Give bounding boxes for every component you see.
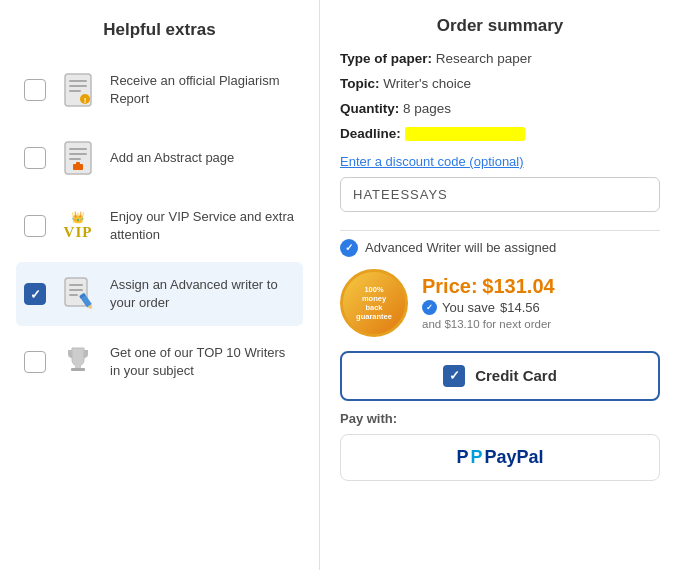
extra-item-plagiarism: ! Receive an official Plagiarism Report [16, 58, 303, 122]
next-order-text: and $13.10 for next order [422, 318, 660, 330]
icon-abstract [56, 136, 100, 180]
icon-vip: 👑 VIP [56, 204, 100, 248]
you-save-value: $14.56 [500, 300, 540, 315]
discount-input[interactable] [340, 177, 660, 212]
paypal-label: PayPal [484, 447, 543, 468]
paper-type-row: Type of paper: Research paper [340, 50, 660, 69]
topic-row: Topic: Writer's choice [340, 75, 660, 94]
extra-item-top10: Get one of our TOP 10 Writers in your su… [16, 330, 303, 394]
deadline-label: Deadline: [340, 126, 401, 141]
left-panel: Helpful extras ! Receive an official Pla… [0, 0, 320, 570]
checkbox-vip[interactable] [24, 215, 46, 237]
paypal-p-icon: P [456, 447, 468, 468]
price-main: Price: $131.04 [422, 275, 660, 298]
deadline-highlight [405, 127, 525, 141]
you-save-check-icon [422, 300, 437, 315]
extra-text-abstract: Add an Abstract page [110, 149, 234, 167]
left-heading: Helpful extras [16, 20, 303, 40]
extra-item-vip: 👑 VIP Enjoy our VIP Service and extra at… [16, 194, 303, 258]
svg-rect-8 [69, 153, 87, 155]
checkbox-top10[interactable] [24, 351, 46, 373]
discount-link[interactable]: Enter a discount code (optional) [340, 154, 660, 169]
svg-rect-14 [69, 289, 83, 291]
paper-type-label: Type of paper: [340, 51, 432, 66]
icon-top10 [56, 340, 100, 384]
topic-label: Topic: [340, 76, 380, 91]
deadline-row: Deadline: [340, 125, 660, 144]
icon-plagiarism: ! [56, 68, 100, 112]
price-label: Price: [422, 275, 478, 297]
paper-type-value: Research paper [436, 51, 532, 66]
credit-card-button[interactable]: Credit Card [340, 351, 660, 401]
quantity-value: 8 pages [403, 101, 451, 116]
checkbox-advanced-writer[interactable] [24, 283, 46, 305]
extra-text-vip: Enjoy our VIP Service and extra attentio… [110, 208, 295, 244]
you-save-row: You save $14.56 [422, 300, 660, 315]
icon-advanced-writer [56, 272, 100, 316]
price-value: $131.04 [482, 275, 554, 297]
quantity-row: Quantity: 8 pages [340, 100, 660, 119]
extra-text-plagiarism: Receive an official Plagiarism Report [110, 72, 295, 108]
extra-text-advanced-writer: Assign an Advanced writer to your order [110, 276, 295, 312]
svg-rect-19 [75, 362, 81, 368]
svg-rect-11 [76, 162, 80, 166]
svg-rect-3 [69, 90, 81, 92]
svg-rect-7 [69, 148, 87, 150]
badge-text: 100%moneybackguarantee [356, 285, 392, 321]
quantity-label: Quantity: [340, 101, 399, 116]
divider [340, 230, 660, 231]
extra-item-advanced-writer: Assign an Advanced writer to your order [16, 262, 303, 326]
right-heading: Order summary [340, 16, 660, 36]
pay-with-label: Pay with: [340, 411, 660, 426]
svg-rect-1 [69, 80, 87, 82]
money-back-badge: 100%moneybackguarantee [340, 269, 408, 337]
paypal-p2-icon: P [470, 447, 482, 468]
advanced-writer-text: Advanced Writer will be assigned [365, 240, 556, 255]
right-panel: Order summary Type of paper: Research pa… [320, 0, 680, 570]
you-save-label: You save [442, 300, 495, 315]
paypal-button[interactable]: PP PayPal [340, 434, 660, 481]
credit-card-label: Credit Card [475, 367, 557, 384]
credit-card-check-icon [443, 365, 465, 387]
extra-item-abstract: Add an Abstract page [16, 126, 303, 190]
svg-text:!: ! [84, 96, 87, 105]
svg-rect-20 [71, 368, 85, 371]
svg-rect-9 [69, 158, 81, 160]
advanced-writer-check-icon [340, 239, 358, 257]
paypal-logo: PP PayPal [456, 447, 543, 468]
svg-rect-15 [69, 294, 78, 296]
svg-rect-13 [69, 284, 83, 286]
extra-text-top10: Get one of our TOP 10 Writers in your su… [110, 344, 295, 380]
price-section: 100%moneybackguarantee Price: $131.04 Yo… [340, 269, 660, 337]
advanced-writer-notice: Advanced Writer will be assigned [340, 239, 660, 257]
checkbox-abstract[interactable] [24, 147, 46, 169]
topic-value: Writer's choice [383, 76, 471, 91]
price-info: Price: $131.04 You save $14.56 and $13.1… [422, 275, 660, 330]
checkbox-plagiarism[interactable] [24, 79, 46, 101]
svg-rect-2 [69, 85, 87, 87]
extras-list: ! Receive an official Plagiarism Report … [16, 58, 303, 394]
